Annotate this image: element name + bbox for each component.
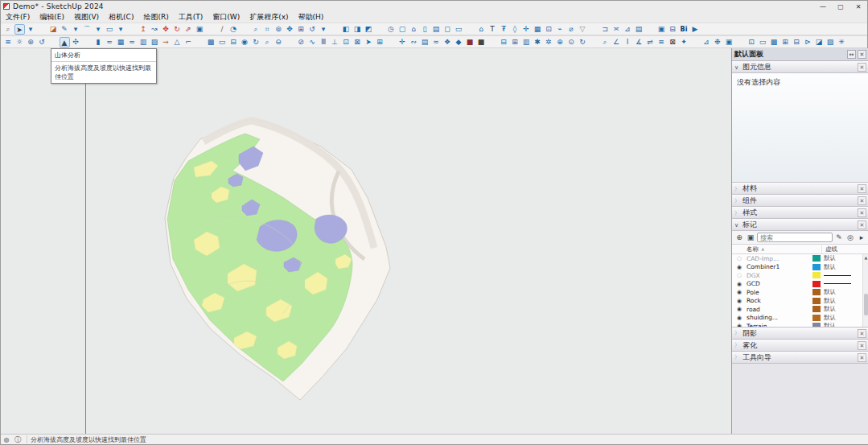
- view-front[interactable]: ⌂: [409, 24, 419, 35]
- export-scene-tool[interactable]: ▤: [634, 24, 644, 35]
- tag-row[interactable]: ◉ road 默认: [732, 305, 868, 314]
- grid-tool[interactable]: ▦: [533, 24, 543, 35]
- ext-lock-tool[interactable]: ⊠: [668, 37, 678, 47]
- dimension-tool[interactable]: ◊: [510, 24, 520, 35]
- tag-dash-style[interactable]: 默认: [824, 322, 862, 327]
- menu-item[interactable]: 窗口(W): [208, 12, 245, 23]
- ext-tool-33[interactable]: ⊟: [499, 37, 509, 47]
- ext-tool-11[interactable]: ▭: [217, 37, 228, 47]
- walk-tool[interactable]: ⌁: [555, 24, 566, 35]
- toolbar-separator[interactable]: [285, 37, 295, 47]
- geolocation-icon[interactable]: ◍: [1, 436, 12, 443]
- section-styles[interactable]: 〉 样式 ✕: [732, 207, 868, 219]
- tag-dash-style[interactable]: [824, 283, 862, 284]
- ext-tool-53[interactable]: ⊟: [792, 37, 802, 47]
- ext-tool-47[interactable]: ❉: [713, 37, 723, 47]
- menu-item[interactable]: 扩展程序(x): [245, 12, 293, 23]
- circle-tool[interactable]: ⌀: [566, 24, 577, 35]
- toolbar-separator[interactable]: [735, 37, 746, 47]
- toolbar-separator[interactable]: [195, 37, 205, 47]
- eye-visibility-icon[interactable]: ◉: [732, 306, 747, 312]
- ext-tool-54[interactable]: ⊳: [803, 37, 813, 47]
- ext-tool-26[interactable]: ∾: [409, 37, 419, 47]
- section-close-icon[interactable]: ✕: [858, 341, 866, 350]
- tray-undock-icon[interactable]: ↔: [847, 50, 856, 59]
- toolbar-separator[interactable]: [206, 24, 216, 35]
- eye-visibility-icon[interactable]: ◉: [732, 323, 747, 327]
- line-tool[interactable]: ✎: [60, 24, 70, 35]
- select-caret[interactable]: ▾: [26, 24, 36, 35]
- ext-sun-tool[interactable]: ☼: [14, 37, 25, 47]
- color-palette-icon[interactable]: ◎: [845, 233, 855, 241]
- ext-tool-10[interactable]: ▩: [206, 37, 216, 47]
- menu-item[interactable]: 相机(C): [104, 12, 138, 23]
- ext-tool-18[interactable]: ∿: [307, 37, 318, 47]
- tag-dash-style[interactable]: 默认: [824, 263, 862, 271]
- ext-tool-31[interactable]: ■: [465, 37, 475, 47]
- ext-tool-42[interactable]: ∡: [634, 37, 644, 47]
- match-photo-tool[interactable]: ⊐: [600, 24, 611, 35]
- tag-row[interactable]: ◉ shuiding... 默认: [732, 314, 868, 323]
- toolbar-separator[interactable]: [386, 37, 397, 47]
- 3d-text-tool[interactable]: ₮: [499, 24, 509, 35]
- ext-tool-56[interactable]: ▨: [825, 37, 836, 47]
- ext-tool-21[interactable]: ⊡: [341, 37, 352, 47]
- scrollbar-thumb[interactable]: [864, 294, 868, 315]
- eraser-tool[interactable]: ◪: [48, 24, 59, 35]
- view-bottom[interactable]: ▭: [454, 24, 464, 35]
- ext-tool-15[interactable]: ⌕: [262, 37, 273, 47]
- ext-tool-17[interactable]: ⊘: [296, 37, 306, 47]
- line-caret[interactable]: ▾: [71, 24, 81, 35]
- pan-tool[interactable]: ✥: [285, 24, 295, 35]
- eye-visibility-icon[interactable]: ◉: [732, 281, 747, 287]
- ext-tool-27[interactable]: ▤: [420, 37, 430, 47]
- ext-tool-4[interactable]: ≂: [127, 37, 138, 47]
- ext-tool-57[interactable]: ✳: [837, 37, 847, 47]
- tag-row[interactable]: ◉ Pole 默认: [732, 288, 868, 297]
- tag-color-swatch[interactable]: [812, 289, 821, 295]
- ext-tool-30[interactable]: ◆: [454, 37, 464, 47]
- section-close-icon[interactable]: ✕: [858, 353, 866, 362]
- ext-render-tool[interactable]: ⊛: [26, 37, 36, 47]
- ext-tool-16[interactable]: ⊖: [274, 37, 284, 47]
- ext-tool-40[interactable]: ↻: [578, 37, 588, 47]
- tape-measure-tool[interactable]: ∕: [217, 24, 228, 35]
- eye-visibility-icon[interactable]: ◉: [732, 289, 747, 295]
- position-camera-tool[interactable]: ⌂: [476, 24, 487, 35]
- section-fog[interactable]: 〉 雾化 ✕: [732, 340, 868, 352]
- ext-tool-45[interactable]: ✦: [679, 37, 689, 47]
- search-tool[interactable]: ⌕: [3, 24, 14, 35]
- toolbar-separator[interactable]: [589, 37, 599, 47]
- eye-visibility-icon[interactable]: ◉: [732, 315, 747, 321]
- tag-dash-style[interactable]: 默认: [824, 254, 862, 262]
- ext-tool-52[interactable]: ⊞: [780, 37, 791, 47]
- ext-tool-37[interactable]: ✲: [544, 37, 554, 47]
- toolbar-separator[interactable]: [375, 24, 385, 35]
- ext-tool-44[interactable]: ≡: [656, 37, 667, 47]
- scale-tool[interactable]: ⇗: [183, 24, 194, 35]
- toolbar-separator[interactable]: [37, 24, 47, 35]
- tag-color-swatch[interactable]: [812, 255, 821, 262]
- toolbar-separator[interactable]: [82, 37, 93, 47]
- pushpull-tool[interactable]: ↥: [138, 24, 149, 35]
- ext-tool-55[interactable]: ◪: [814, 37, 825, 47]
- section-materials[interactable]: 〉 材料 ✕: [732, 183, 868, 195]
- play-animation-button[interactable]: ▶: [690, 24, 701, 35]
- section-close-icon[interactable]: ✕: [858, 196, 866, 205]
- ext-angle-tool[interactable]: ∠: [611, 37, 622, 47]
- zoom-extents-tool[interactable]: ⊞: [296, 24, 306, 35]
- bim-tool[interactable]: Bi: [679, 24, 689, 35]
- maximize-button[interactable]: ▢: [832, 2, 849, 12]
- toolbar-separator[interactable]: [330, 24, 340, 35]
- tray-close-icon[interactable]: ✕: [858, 50, 866, 59]
- terrain-model[interactable]: [1, 48, 731, 435]
- section-tags[interactable]: ∨ 标记 ✕: [732, 219, 868, 231]
- text-tool[interactable]: T: [487, 24, 498, 35]
- model-viewport[interactable]: 山体分析 分析海拔高度及坡度以快速找到最佳位置: [1, 48, 731, 435]
- look-around-tool[interactable]: ⊡: [544, 24, 554, 35]
- previous-view-tool[interactable]: ↺: [307, 24, 318, 35]
- tag-dash-style[interactable]: 默认: [824, 297, 862, 305]
- ext-tool-29[interactable]: ❖: [442, 37, 453, 47]
- ext-tool-32[interactable]: ■: [476, 37, 487, 47]
- ext-tool-23[interactable]: ➤: [364, 37, 374, 47]
